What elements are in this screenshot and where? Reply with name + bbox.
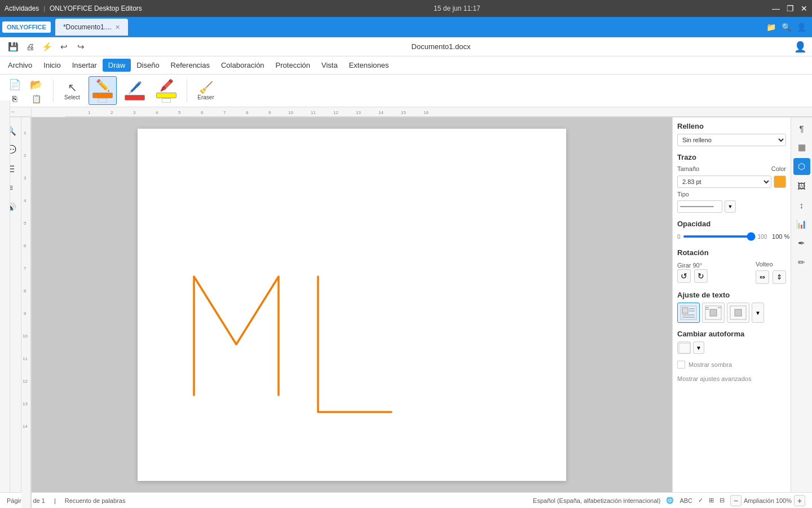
rotate-ccw-button[interactable]: ↺ (677, 269, 691, 283)
sidebar-chart-icon[interactable]: 📊 (793, 216, 810, 233)
rotation-section: Rotación Girar 90° ↺ ↻ Volteo ⇔ ⇕ (677, 248, 786, 284)
separator-1 (53, 80, 54, 102)
sidebar-table-icon[interactable]: ▦ (793, 139, 810, 156)
profile-icon[interactable]: 👤 (794, 41, 806, 53)
minimize-button[interactable]: — (772, 4, 780, 13)
select-tool[interactable]: ↖ Select (60, 79, 84, 102)
sidebar-image-icon[interactable]: 🖼 (793, 177, 810, 194)
word-count-label[interactable]: Recuento de palabras (65, 497, 126, 504)
pen-color-swatch[interactable] (92, 93, 113, 98)
stroke-color-swatch[interactable] (774, 176, 786, 188)
stroke-size-select[interactable]: 2.83 pt (677, 176, 771, 188)
marker-tool[interactable]: 🖍️ (153, 77, 180, 104)
menu-diseno[interactable]: Diseño (131, 59, 165, 72)
tab-bar: *Documento1.... ✕ (55, 19, 766, 36)
menu-draw[interactable]: Draw (103, 59, 131, 72)
sidebar-sign-icon[interactable]: ✒ (793, 235, 810, 252)
document-tab[interactable]: *Documento1.... ✕ (55, 19, 128, 36)
menu-proteccion[interactable]: Protección (270, 59, 316, 72)
marker-color-expand[interactable] (162, 98, 171, 103)
undo-button[interactable]: ↩ (56, 40, 71, 54)
quick-print-button[interactable]: ⚡ (39, 40, 54, 54)
layout-icon[interactable]: ⊞ (709, 497, 714, 504)
page-layout-icon[interactable]: ⊟ (720, 497, 725, 504)
svg-rect-0 (65, 107, 812, 117)
svg-text:2: 2 (24, 153, 27, 158)
main-layout: 🔍 💬 ☰ ≡ 🔊 1 2 3 4 5 6 7 8 9 10 11 12 13 … (0, 117, 812, 492)
wrap-option-square[interactable] (702, 303, 725, 323)
app-name-label: ONLYOFFICE Desktop Editors (50, 5, 142, 12)
marker-color-swatch[interactable] (156, 93, 176, 98)
rotate-buttons: ↺ ↻ (677, 269, 708, 283)
vertical-ruler: 1 2 3 4 5 6 7 8 9 10 11 12 13 14 (21, 117, 32, 492)
svg-text:3: 3 (24, 176, 27, 181)
save-button[interactable]: 💾 (6, 40, 20, 54)
wrap-option-inline[interactable] (677, 303, 700, 323)
search-icon[interactable]: 🔍 (782, 23, 791, 32)
zoom-label: Ampliación 100% (744, 497, 792, 504)
highlighter-color-swatch[interactable] (125, 95, 145, 100)
svg-text:11: 11 (311, 110, 316, 115)
stroke-type-preview[interactable] (677, 200, 722, 213)
document-page (138, 129, 566, 481)
print-button[interactable]: 🖨 (23, 40, 37, 54)
sidebar-header-icon[interactable]: ↕ (793, 196, 810, 213)
zoom-out-button[interactable]: − (730, 495, 742, 506)
user-icon[interactable]: 👤 (797, 23, 806, 32)
shape-select-button[interactable]: ▼ (693, 341, 704, 354)
open-button[interactable]: 📂 (26, 77, 46, 92)
close-button[interactable]: ✕ (801, 4, 807, 13)
lang-flag-icon[interactable]: 🌐 (666, 497, 674, 504)
document-area[interactable] (32, 117, 672, 492)
separator: | (54, 497, 56, 504)
sidebar-paragraph-icon[interactable]: ¶ (793, 120, 810, 137)
menu-vista[interactable]: Vista (316, 59, 343, 72)
pen-tool[interactable]: ✏️ (89, 76, 117, 105)
svg-text:3: 3 (133, 110, 136, 115)
eraser-tool[interactable]: 🧹 Eraser (194, 79, 218, 102)
rotate-cw-button[interactable]: ↻ (694, 269, 708, 283)
left-sidebar: 🔍 💬 ☰ ≡ 🔊 (0, 117, 21, 492)
change-shape-section: Cambiar autoforma ▼ (677, 330, 786, 354)
flip-h-button[interactable]: ⇔ (756, 270, 769, 284)
paste-button[interactable]: 📋 (26, 93, 46, 104)
new-button[interactable]: 📄 (5, 77, 25, 92)
fill-select[interactable]: Sin relleno (677, 134, 786, 146)
spellcheck-icon[interactable]: ABC (679, 497, 692, 504)
advanced-settings-link[interactable]: Mostrar ajustes avanzados (677, 375, 786, 382)
menu-colaboracion[interactable]: Colaboración (215, 59, 270, 72)
flip-v-button[interactable]: ⇕ (773, 270, 786, 284)
track-icon[interactable]: ✓ (698, 497, 703, 504)
right-panel: Relleno Sin relleno Trazo Tamaño Color 2… (672, 117, 791, 492)
menu-referencias[interactable]: Referencias (165, 59, 215, 72)
separator-2 (187, 80, 187, 102)
opacity-slider[interactable] (683, 235, 756, 238)
menu-archivo[interactable]: Archivo (2, 59, 38, 72)
pen-color-expand[interactable] (98, 98, 107, 103)
restore-button[interactable]: ❐ (787, 4, 794, 13)
flip-label-group: Volteo ⇔ ⇕ (756, 260, 786, 284)
shadow-checkbox[interactable] (677, 361, 685, 369)
highlighter-tool[interactable]: 🖊️ (121, 79, 148, 102)
appbar-right: 📁 🔍 👤 (766, 23, 812, 32)
zoom-in-button[interactable]: + (794, 495, 805, 506)
sidebar-draw-icon[interactable]: ✏ (793, 254, 810, 271)
titlebar-left: Actividades | ONLYOFFICE Desktop Editors (5, 5, 142, 12)
svg-text:9: 9 (24, 311, 27, 316)
stroke-type-expand[interactable]: ▼ (725, 200, 736, 213)
shadow-label: Mostrar sombra (689, 361, 732, 368)
menu-inicio[interactable]: Inicio (38, 59, 66, 72)
folder-icon[interactable]: 📁 (766, 23, 776, 32)
menu-insertar[interactable]: Insertar (67, 59, 103, 72)
language-label[interactable]: Español (España, alfabetización internac… (533, 497, 660, 504)
drawing-canvas (138, 129, 566, 481)
menu-extensiones[interactable]: Extensiones (343, 59, 395, 72)
wrap-option-tight[interactable] (727, 303, 749, 323)
svg-text:15: 15 (401, 110, 406, 115)
redo-button[interactable]: ↪ (73, 40, 88, 54)
sidebar-shape-icon[interactable]: ⬡ (793, 158, 810, 175)
opacity-value: 100 % (769, 233, 789, 240)
svg-text:6: 6 (201, 110, 204, 115)
tab-close-icon[interactable]: ✕ (115, 24, 120, 31)
wrap-option-more[interactable]: ▼ (752, 303, 764, 323)
